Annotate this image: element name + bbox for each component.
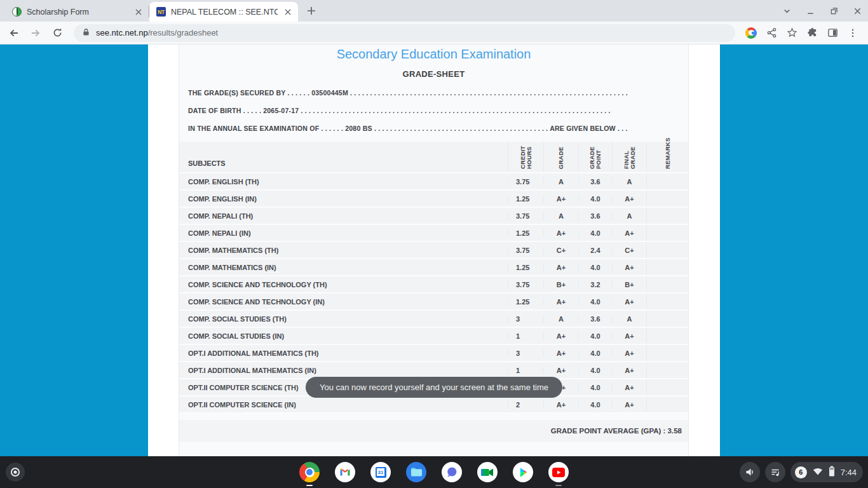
wifi-icon	[813, 466, 823, 478]
calendar-icon[interactable]: 31	[370, 462, 391, 482]
tab-title: Scholarship Form	[27, 8, 128, 17]
table-row: COMP. SCIENCE AND TECHNOLOGY (TH) 3.75 B…	[179, 276, 688, 294]
page-title: Secondary Education Examination	[179, 47, 688, 62]
tab-title: NEPAL TELECOM :: SEE.NTC.NET	[171, 8, 278, 17]
battery-icon	[829, 466, 835, 479]
messages-icon[interactable]	[442, 462, 462, 482]
share-icon[interactable]	[766, 27, 777, 38]
restore-icon[interactable]	[830, 7, 838, 15]
youtube-icon[interactable]	[548, 462, 569, 482]
tab-strip: Scholarship Form NT NEPAL TELECOM :: SEE…	[0, 0, 868, 22]
table-row: COMP. MATHEMATICS (IN) 1.25 A+ 4.0 A+	[179, 259, 688, 276]
address-bar[interactable]: see.ntc.net.np/results/gradesheet	[74, 24, 735, 42]
close-icon[interactable]	[853, 7, 862, 15]
tab-scholarship-form[interactable]: Scholarship Form	[5, 2, 149, 22]
table-row: COMP. ENGLISH (TH) 3.75 A 3.6 A	[179, 173, 688, 191]
screen: Scholarship Form NT NEPAL TELECOM :: SEE…	[0, 0, 868, 488]
tab-close-icon[interactable]	[133, 7, 144, 17]
date-of-birth-line: DATE OF BIRTH . . . . . 2065-07-17 . . .…	[188, 107, 679, 114]
table-header-row: SUBJECTS CREDIT HOURS GRADE GRADE POINT …	[179, 142, 688, 173]
toolbar-actions	[744, 27, 862, 39]
table-row: COMP. SCIENCE AND TECHNOLOGY (IN) 1.25 A…	[179, 294, 688, 311]
tab-close-icon[interactable]	[283, 7, 293, 17]
nepal-telecom-favicon-icon: NT	[156, 7, 166, 17]
url-path: /results/gradesheet	[148, 28, 219, 37]
url-host: see.ntc.net.np	[96, 28, 148, 37]
grade-point-header: GRADE POINT	[578, 142, 612, 172]
grade-header: GRADE	[543, 142, 578, 172]
clock: 7:44	[841, 468, 857, 477]
shelf-apps: 31	[299, 462, 569, 482]
volume-icon[interactable]	[740, 462, 760, 482]
meet-icon[interactable]	[477, 462, 498, 482]
browser-toolbar: see.ntc.net.np/results/gradesheet	[0, 22, 868, 44]
reload-icon[interactable]	[50, 25, 65, 41]
menu-dots-icon[interactable]	[848, 28, 858, 38]
table-row: OPT.II COMPUTER SCIENCE (IN) 2 A+ 4.0 A+	[179, 396, 688, 414]
remarks-header: REMARKS	[646, 142, 688, 172]
chevron-down-icon[interactable]	[783, 7, 791, 15]
table-row: COMP. NEPALI (IN) 1.25 A+ 4.0 A+	[179, 225, 688, 242]
final-grade-header: FINAL GRADE	[612, 142, 646, 172]
play-store-icon[interactable]	[513, 462, 533, 482]
gradesheet-subtitle: GRADE-SHEET	[179, 69, 688, 79]
secured-by-line: THE GRADE(S) SECURED BY . . . . . . 0350…	[188, 89, 679, 97]
gmail-icon[interactable]	[335, 462, 355, 482]
google-g-icon[interactable]	[745, 27, 757, 39]
chrome-icon[interactable]	[299, 462, 320, 482]
table-row: COMP. ENGLISH (IN) 1.25 A+ 4.0 A+	[179, 191, 688, 208]
lock-icon[interactable]	[83, 27, 90, 39]
page-content: Secondary Education Examination GRADE-SH…	[0, 44, 868, 456]
table-row: COMP. SOCIAL STUDIES (TH) 3 A 3.6 A	[179, 311, 688, 328]
tab-nepal-telecom[interactable]: NT NEPAL TELECOM :: SEE.NTC.NET	[149, 2, 298, 22]
notification-badge: 6	[795, 466, 807, 478]
table-row: COMP. MATHEMATICS (TH) 3.75 C+ 2.4 C+	[179, 242, 688, 259]
credit-hours-header: CREDIT HOURS	[508, 142, 543, 172]
running-indicator	[306, 485, 313, 486]
minimize-icon[interactable]	[806, 7, 815, 15]
screen-record-toast: You can now record yourself and your scr…	[306, 377, 562, 398]
media-controls-icon[interactable]	[765, 462, 785, 482]
system-tray[interactable]: 6 7:44	[790, 462, 863, 482]
forward-icon[interactable]	[28, 25, 43, 41]
examination-year-line: IN THE ANNUAL SEE EXAMINATION OF . . . .…	[188, 125, 679, 132]
chromeos-shelf: 31	[0, 456, 868, 488]
table-row: OPT.I ADDITIONAL MATHEMATICS (TH) 3 A+ 4…	[179, 345, 688, 362]
subjects-header: SUBJECTS	[179, 142, 508, 172]
status-area: 6 7:44	[740, 462, 863, 482]
files-icon[interactable]	[406, 462, 426, 482]
gpa-summary: GRADE POINT AVERAGE (GPA) : 3.58	[179, 420, 688, 442]
bookmark-star-icon[interactable]	[787, 27, 797, 38]
window-controls	[783, 0, 862, 22]
table-row: COMP. SOCIAL STUDIES (IN) 1 A+ 4.0 A+	[179, 328, 688, 345]
extensions-puzzle-icon[interactable]	[807, 27, 818, 38]
scholarship-favicon-icon	[12, 7, 22, 17]
url-text: see.ntc.net.np/results/gradesheet	[96, 28, 218, 37]
table-row: COMP. NEPALI (TH) 3.75 A 3.6 A	[179, 208, 688, 225]
side-panel-icon[interactable]	[827, 27, 838, 38]
launcher-icon[interactable]	[6, 463, 25, 482]
back-icon[interactable]	[6, 25, 22, 41]
new-tab-button[interactable]	[302, 2, 320, 20]
running-indicator	[555, 485, 562, 486]
